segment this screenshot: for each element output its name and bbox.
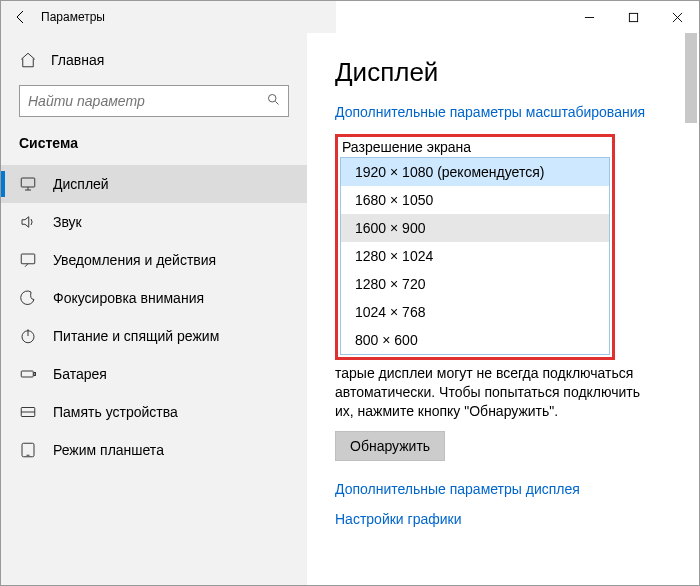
sidebar-item-focus[interactable]: Фокусировка внимания xyxy=(1,279,307,317)
sidebar-item-storage[interactable]: Память устройства xyxy=(1,393,307,431)
home-icon xyxy=(19,51,37,69)
sidebar-item-tablet[interactable]: Режим планшета xyxy=(1,431,307,469)
sidebar-item-label: Звук xyxy=(53,214,82,230)
svg-rect-3 xyxy=(21,254,35,264)
notifications-icon xyxy=(19,251,37,269)
sidebar-item-notifications[interactable]: Уведомления и действия xyxy=(1,241,307,279)
back-button[interactable] xyxy=(1,1,41,33)
svg-point-1 xyxy=(268,95,276,103)
display-icon xyxy=(19,175,37,193)
detect-description: тарые дисплеи могут не всегда подключать… xyxy=(335,364,645,421)
search-field[interactable] xyxy=(19,85,289,117)
sidebar-item-label: Дисплей xyxy=(53,176,109,192)
advanced-display-link[interactable]: Дополнительные параметры дисплея xyxy=(335,481,671,497)
sidebar-item-label: Память устройства xyxy=(53,404,178,420)
storage-icon xyxy=(19,403,37,421)
sidebar: Главная Система Дисплей Звук xyxy=(1,33,307,585)
sidebar-item-sound[interactable]: Звук xyxy=(1,203,307,241)
detect-button[interactable]: Обнаружить xyxy=(335,431,445,461)
page-title: Дисплей xyxy=(335,57,671,88)
window-controls xyxy=(567,1,699,33)
graphics-settings-link[interactable]: Настройки графики xyxy=(335,511,671,527)
sidebar-item-battery[interactable]: Батарея xyxy=(1,355,307,393)
titlebar-spacer-white xyxy=(336,1,567,33)
sidebar-item-display[interactable]: Дисплей xyxy=(1,165,307,203)
sidebar-nav: Дисплей Звук Уведомления и действия Фоку… xyxy=(1,165,307,469)
resolution-options: 1920 × 1080 (рекомендуется) 1680 × 1050 … xyxy=(340,157,610,355)
scrollbar-thumb[interactable] xyxy=(685,33,697,123)
focus-icon xyxy=(19,289,37,307)
window-title: Параметры xyxy=(41,10,105,24)
sidebar-item-label: Уведомления и действия xyxy=(53,252,216,268)
resolution-label: Разрешение экрана xyxy=(340,139,610,157)
resolution-option[interactable]: 1680 × 1050 xyxy=(341,186,609,214)
svg-rect-5 xyxy=(21,371,33,377)
sidebar-item-power[interactable]: Питание и спящий режим xyxy=(1,317,307,355)
minimize-button[interactable] xyxy=(567,1,611,33)
resolution-option[interactable]: 1280 × 720 xyxy=(341,270,609,298)
search-icon xyxy=(258,92,288,110)
svg-rect-6 xyxy=(34,373,36,376)
svg-rect-2 xyxy=(21,178,35,187)
close-button[interactable] xyxy=(655,1,699,33)
titlebar: Параметры xyxy=(1,1,699,33)
detect-description-partial: тарые дисплеи могут не всегда подключать… xyxy=(335,365,633,381)
sidebar-item-label: Фокусировка внимания xyxy=(53,290,204,306)
tablet-icon xyxy=(19,441,37,459)
resolution-option[interactable]: 1280 × 1024 xyxy=(341,242,609,270)
resolution-dropdown-highlight: Разрешение экрана 1920 × 1080 (рекоменду… xyxy=(335,134,615,360)
sidebar-home-label: Главная xyxy=(51,52,104,68)
search-input[interactable] xyxy=(20,93,258,109)
resolution-option[interactable]: 800 × 600 xyxy=(341,326,609,354)
svg-rect-8 xyxy=(22,443,34,457)
svg-rect-0 xyxy=(629,13,637,21)
sidebar-item-label: Батарея xyxy=(53,366,107,382)
detect-description-rest: автоматически. Чтобы попытаться подключи… xyxy=(335,384,640,419)
sidebar-home[interactable]: Главная xyxy=(1,45,307,75)
power-icon xyxy=(19,327,37,345)
maximize-button[interactable] xyxy=(611,1,655,33)
sound-icon xyxy=(19,213,37,231)
scrollbar[interactable] xyxy=(683,33,699,585)
sidebar-section-title: Система xyxy=(1,131,307,165)
resolution-option[interactable]: 1024 × 768 xyxy=(341,298,609,326)
resolution-option[interactable]: 1920 × 1080 (рекомендуется) xyxy=(341,158,609,186)
advanced-scaling-link[interactable]: Дополнительные параметры масштабирования xyxy=(335,104,671,120)
resolution-option[interactable]: 1600 × 900 xyxy=(341,214,609,242)
sidebar-item-label: Питание и спящий режим xyxy=(53,328,219,344)
battery-icon xyxy=(19,365,37,383)
sidebar-item-label: Режим планшета xyxy=(53,442,164,458)
content-pane: Дисплей Дополнительные параметры масштаб… xyxy=(307,33,699,585)
